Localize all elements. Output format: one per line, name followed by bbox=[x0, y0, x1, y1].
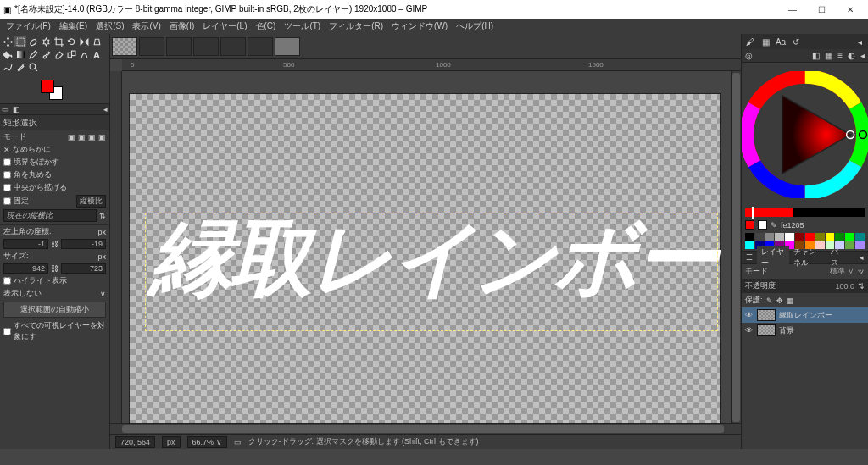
mode-replace-icon[interactable]: ▣ bbox=[68, 133, 75, 141]
eyedropper-icon[interactable]: ✎ bbox=[771, 221, 777, 230]
size-link-icon[interactable]: ⛓ bbox=[51, 264, 58, 273]
size-w[interactable]: 942 bbox=[3, 263, 48, 274]
opt-highlight-check[interactable] bbox=[3, 277, 11, 285]
palette-icon[interactable]: ▦ bbox=[825, 51, 832, 60]
layer-row-1[interactable]: 👁 縁取レインボー bbox=[742, 307, 868, 323]
horizontal-scrollbar[interactable] bbox=[110, 423, 741, 434]
tool-rotate[interactable] bbox=[65, 36, 77, 47]
vertical-scrollbar[interactable] bbox=[731, 71, 741, 423]
image-tab-1[interactable] bbox=[112, 37, 137, 56]
tool-eraser[interactable] bbox=[53, 48, 64, 60]
palette-swatch[interactable] bbox=[835, 233, 844, 241]
opacity-spinner-icon[interactable]: ⇅ bbox=[858, 282, 865, 291]
opt-feather-check[interactable] bbox=[3, 158, 11, 166]
hex-value[interactable]: fe1205 bbox=[781, 221, 804, 230]
ruler-horizontal[interactable]: 0 500 1000 1500 bbox=[122, 59, 741, 71]
palette-swatch[interactable] bbox=[826, 233, 835, 241]
layer-row-2[interactable]: 👁 背景 bbox=[742, 323, 868, 338]
tab-device-status-icon[interactable]: ◧ bbox=[13, 105, 20, 113]
ratio-swap-icon[interactable]: ⇅ bbox=[99, 212, 106, 220]
opt-rounded-check[interactable] bbox=[3, 171, 11, 179]
image-tab-6[interactable] bbox=[248, 37, 273, 56]
sliders-icon[interactable]: ≡ bbox=[837, 51, 843, 60]
tool-rect-select[interactable] bbox=[14, 36, 26, 47]
history-tab-icon[interactable]: ↺ bbox=[791, 36, 801, 47]
tool-bucket[interactable] bbox=[2, 48, 14, 60]
tool-brush[interactable] bbox=[40, 48, 52, 60]
palette-swatch[interactable] bbox=[775, 233, 784, 241]
tool-colorpicker[interactable] bbox=[14, 61, 26, 73]
palette-swatch[interactable] bbox=[845, 233, 854, 241]
palette-swatch[interactable] bbox=[795, 233, 804, 241]
mode-sub-icon[interactable]: ▣ bbox=[88, 133, 96, 141]
palette-swatch[interactable] bbox=[755, 233, 765, 241]
foreground-color[interactable] bbox=[41, 80, 54, 93]
lock-pixels-icon[interactable]: ✎ bbox=[766, 296, 773, 305]
brush-tab-icon[interactable]: 🖌 bbox=[745, 36, 755, 47]
pos-unit[interactable]: px bbox=[97, 228, 106, 236]
opt-expand-check[interactable] bbox=[3, 184, 11, 191]
pattern-tab-icon[interactable]: ▦ bbox=[760, 36, 771, 47]
menu-tools[interactable]: ツール(T) bbox=[280, 20, 325, 32]
image-tab-3[interactable] bbox=[166, 37, 192, 56]
palette-swatch[interactable] bbox=[855, 233, 865, 241]
menu-image[interactable]: 画像(I) bbox=[165, 20, 198, 32]
image-tab-4[interactable] bbox=[193, 37, 219, 56]
ruler-vertical[interactable] bbox=[110, 71, 122, 423]
color-wheel[interactable] bbox=[742, 63, 868, 207]
mode-intersect-icon[interactable]: ▣ bbox=[98, 133, 106, 141]
palette-swatch[interactable] bbox=[855, 241, 865, 249]
tool-smudge[interactable] bbox=[78, 48, 90, 60]
menu-layer[interactable]: レイヤー(L) bbox=[198, 20, 251, 32]
autoshrink-button[interactable]: 選択範囲の自動縮小 bbox=[3, 302, 106, 318]
palette-swatch[interactable] bbox=[805, 233, 815, 241]
tool-clone[interactable] bbox=[65, 48, 77, 60]
lock-position-icon[interactable]: ✥ bbox=[776, 296, 783, 305]
opt-fixed-check[interactable] bbox=[3, 197, 11, 205]
pos-y[interactable]: -19 bbox=[61, 239, 106, 249]
status-zoom[interactable]: 66.7% ∨ bbox=[187, 436, 227, 448]
menu-color[interactable]: 色(C) bbox=[252, 20, 281, 32]
menu-window[interactable]: ウィンドウ(W) bbox=[387, 20, 452, 32]
menu-help[interactable]: ヘルプ(H) bbox=[452, 20, 498, 32]
tool-flip[interactable] bbox=[78, 36, 90, 47]
opacity-value[interactable]: 100.0 bbox=[835, 282, 854, 291]
pos-link-icon[interactable]: ⛓ bbox=[51, 240, 58, 248]
size-h[interactable]: 723 bbox=[61, 263, 106, 274]
tab-menu-icon[interactable]: ◂ bbox=[860, 51, 865, 60]
watercolor-icon[interactable]: ◐ bbox=[848, 51, 855, 60]
tool-free-select[interactable] bbox=[27, 36, 39, 47]
palette-swatch[interactable] bbox=[785, 233, 794, 241]
pos-x[interactable]: -1 bbox=[3, 239, 48, 249]
palette-swatch[interactable] bbox=[765, 233, 775, 241]
visibility-icon[interactable]: 👁 bbox=[745, 311, 754, 319]
tab-menu-icon[interactable]: ◂ bbox=[854, 36, 865, 47]
tool-text[interactable]: A bbox=[91, 48, 103, 60]
tab-tool-options-icon[interactable]: ▭ bbox=[2, 105, 9, 113]
menu-view[interactable]: 表示(V) bbox=[128, 20, 164, 32]
menu-filter[interactable]: フィルター(R) bbox=[325, 20, 387, 32]
fg-color-box[interactable] bbox=[745, 220, 754, 230]
picker-icon[interactable]: ◧ bbox=[812, 51, 820, 60]
palette-swatch[interactable] bbox=[745, 233, 754, 241]
tool-perspective[interactable] bbox=[91, 36, 103, 47]
close-button[interactable]: ✕ bbox=[836, 0, 865, 19]
opt-alllayers-check[interactable] bbox=[3, 328, 11, 335]
maximize-button[interactable]: ☐ bbox=[807, 0, 836, 19]
minimize-button[interactable]: — bbox=[778, 0, 807, 19]
menu-select[interactable]: 選択(S) bbox=[92, 20, 128, 32]
color-current-strip[interactable] bbox=[745, 208, 865, 217]
visibility-icon[interactable]: 👁 bbox=[745, 326, 754, 335]
size-unit[interactable]: px bbox=[97, 252, 106, 261]
font-tab-icon[interactable]: Aa bbox=[776, 36, 786, 47]
color-swatches[interactable] bbox=[41, 80, 64, 100]
layer-mode-value[interactable]: 標準 ∨ bbox=[830, 266, 854, 277]
layer-name[interactable]: 縁取レインボー bbox=[779, 310, 832, 321]
ratio-field[interactable]: 現在の縦横比 bbox=[3, 209, 97, 222]
image-tab-2[interactable] bbox=[139, 37, 164, 56]
menu-file[interactable]: ファイル(F) bbox=[2, 20, 55, 32]
canvas[interactable]: 縁取レインボー bbox=[129, 93, 721, 423]
palette-swatch[interactable] bbox=[745, 241, 754, 249]
tool-gradient[interactable] bbox=[14, 48, 26, 60]
tab-menu-icon[interactable]: ◂ bbox=[855, 253, 868, 262]
